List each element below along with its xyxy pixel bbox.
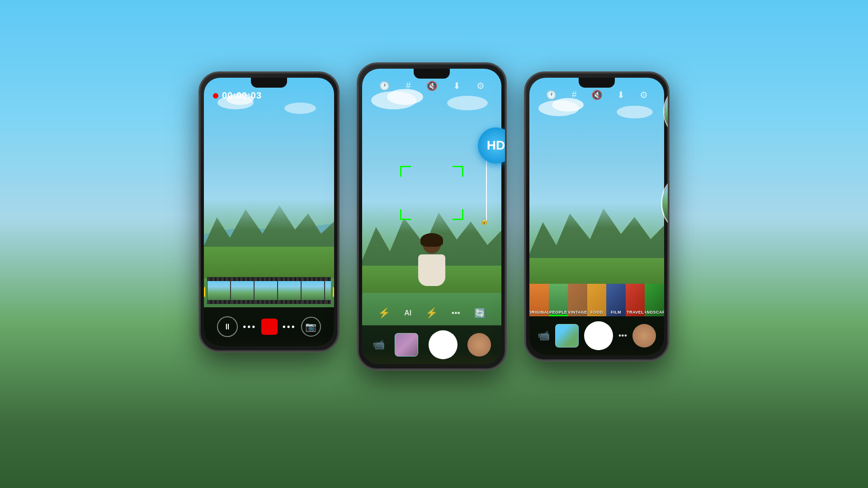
film-strip	[207, 277, 331, 304]
film-frame-5	[301, 277, 325, 304]
filter-travel[interactable]: TRAVEL	[626, 284, 645, 316]
film-frame-3	[254, 277, 278, 304]
controls-dots-2: •••	[283, 322, 296, 332]
filter-travel-label: TRAVEL	[627, 310, 644, 314]
phone3-grid-icon[interactable]: #	[572, 89, 577, 100]
focus-corner-br	[453, 209, 463, 220]
video-mode-button[interactable]: 📹	[373, 339, 385, 351]
phone-2-notch	[414, 69, 450, 79]
flash-icon[interactable]: ⚡	[378, 307, 390, 319]
filter-people[interactable]: PEOPLE	[549, 284, 568, 316]
lock-icon: 🔒	[480, 216, 489, 225]
phone-1-screen: 00:00:03 ◀	[204, 78, 334, 346]
phone3-download-icon[interactable]: ⬇	[617, 89, 625, 100]
filter-strip: Original PEOPLE VINTAGE	[529, 284, 664, 316]
timer-text: 00:00:03	[222, 90, 262, 101]
filter-landscape-label: Landscape	[645, 310, 664, 314]
filter-film[interactable]: FILM	[606, 284, 626, 316]
shutter-button[interactable]	[429, 330, 458, 359]
film-strip-container: ◀ ▶	[204, 275, 334, 306]
download-icon[interactable]: ⬇	[453, 80, 461, 91]
recording-timer: 00:00:03	[213, 90, 262, 101]
exposure-line	[486, 157, 487, 221]
filter-people-label: PEOPLE	[549, 310, 567, 314]
filter-landscape[interactable]: Landscape	[645, 284, 664, 316]
pause-icon: ⏸	[223, 322, 231, 332]
capture-button[interactable]: 📷	[301, 317, 321, 337]
phones-row: 00:00:03 ◀	[199, 63, 669, 370]
phone-3-inner: 🕐 # 🔇 ⬇ ⚙	[529, 78, 664, 355]
pause-button[interactable]: ⏸	[217, 316, 238, 337]
phone-1-notch	[251, 78, 287, 88]
adjust-icon[interactable]: ⚡	[425, 307, 438, 319]
mute-icon[interactable]: 🔇	[426, 80, 438, 91]
phone-2-inner: 🕐 # 🔇 ⬇ ⚙	[362, 69, 501, 364]
filter-film-label: FILM	[611, 310, 621, 314]
phone3-settings-icon[interactable]: ⚙	[640, 89, 648, 100]
ai-text[interactable]: AI	[404, 309, 411, 317]
film-frame-1	[207, 277, 231, 304]
filter-vintage[interactable]: VINTAGE	[568, 284, 587, 316]
phone-2-screen: 🕐 # 🔇 ⬇ ⚙	[362, 69, 501, 364]
thumb-image	[395, 333, 418, 356]
focus-corner-bl	[400, 209, 411, 220]
phone-2-top-icons: 🕐 # 🔇 ⬇ ⚙	[362, 80, 501, 91]
focus-corner-tr	[453, 166, 463, 177]
selfie-image	[467, 333, 491, 357]
phone-3-notch	[579, 78, 615, 88]
phone-3-screen: 🕐 # 🔇 ⬇ ⚙	[529, 78, 664, 355]
phone3-video-button[interactable]: 📹	[538, 330, 550, 342]
controls-dots-1: •••	[243, 322, 256, 332]
filter-people-active	[549, 315, 568, 316]
focus-corner-tl	[400, 166, 411, 177]
phone-3: 🕐 # 🔇 ⬇ ⚙	[524, 72, 669, 361]
filter-vintage-label: VINTAGE	[568, 310, 587, 314]
filter-food-label: FOOD	[590, 310, 603, 314]
grid-icon[interactable]: #	[406, 80, 411, 91]
film-frame-6	[325, 277, 331, 304]
rec-dot	[213, 93, 218, 99]
phone-2-bottom-row2: ⚡ AI ⚡ ••• 🔄	[362, 307, 501, 319]
phone3-mute-icon[interactable]: 🔇	[591, 89, 603, 100]
film-frame-4	[278, 277, 301, 304]
phone-1-inner: 00:00:03 ◀	[204, 78, 334, 346]
phone3-dots: •••	[618, 331, 627, 341]
filter-original[interactable]: Original	[529, 284, 549, 316]
phone3-selfie-thumb[interactable]	[632, 324, 656, 347]
phone3-gallery-thumb[interactable]	[555, 324, 579, 347]
phone3-shutter-button[interactable]	[584, 321, 613, 350]
timer-icon[interactable]: 🕐	[379, 80, 390, 91]
film-arrow-left[interactable]: ◀	[204, 283, 205, 299]
phone-1: 00:00:03 ◀	[199, 72, 339, 352]
phone-2: 🕐 # 🔇 ⬇ ⚙	[357, 63, 506, 370]
phone3-timer-icon[interactable]: 🕐	[546, 89, 557, 100]
filter-original-label: Original	[529, 310, 549, 314]
camera-icon: 📷	[305, 321, 316, 332]
zoom-circle-top-image	[665, 84, 669, 140]
film-arrow-right[interactable]: ▶	[333, 283, 334, 299]
selfie-thumb[interactable]	[467, 333, 491, 357]
phone-2-bottom-controls: 📹	[362, 325, 501, 364]
settings-icon[interactable]: ⚙	[476, 80, 485, 91]
more-icon[interactable]: •••	[452, 309, 460, 318]
person-silhouette	[414, 235, 450, 294]
film-frame-2	[231, 277, 254, 304]
main-container: Professional HD Camera 00:00:03	[0, 0, 868, 488]
phone-3-top-icons: 🕐 # 🔇 ⬇ ⚙	[529, 89, 664, 100]
focus-brackets	[400, 166, 463, 220]
stop-button[interactable]	[261, 319, 278, 335]
phone-1-bottom-controls: ⏸ ••• ••• 📷	[204, 307, 334, 346]
rotate-icon[interactable]: 🔄	[474, 308, 486, 319]
filter-food[interactable]: FOOD	[587, 284, 607, 316]
phone-3-bottom-controls: 📹 •••	[529, 316, 664, 355]
gallery-thumb[interactable]	[395, 333, 418, 357]
